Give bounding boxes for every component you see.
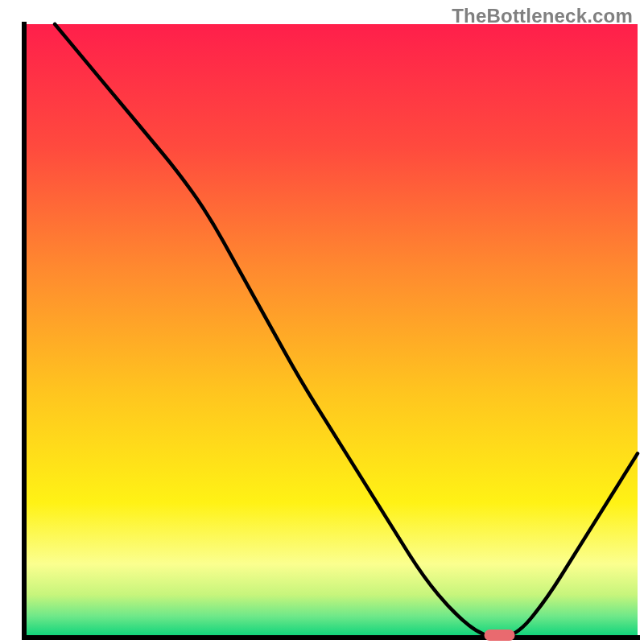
plot-background [24, 24, 638, 638]
highlight-marker [485, 630, 515, 641]
chart-container: TheBottleneck.com [0, 0, 644, 644]
bottleneck-chart [0, 0, 644, 644]
watermark-text: TheBottleneck.com [452, 5, 633, 27]
